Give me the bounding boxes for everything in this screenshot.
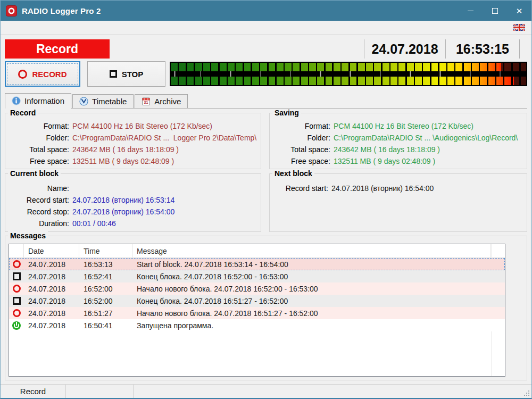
saving-groupbox: Saving Format: PCM 44100 Hz 16 Bit Stere…	[269, 113, 527, 169]
info-label: Record start:	[270, 184, 328, 193]
menu-item[interactable]	[12, 26, 23, 30]
tab-information[interactable]: Information	[5, 93, 71, 108]
information-panel: Record Format: PCM 44100 Hz 16 Bit Stere…	[5, 108, 527, 384]
column-header-date[interactable]: Date	[24, 244, 79, 257]
info-row: Free space: 132511 MB ( 9 days 02:48:09 …	[270, 155, 527, 167]
calendar-icon: 31	[142, 97, 151, 106]
menu-item[interactable]	[2, 26, 12, 30]
stop-button[interactable]: STOP	[87, 61, 165, 87]
app-logo-icon	[6, 5, 17, 16]
language-flag-icon[interactable]	[513, 24, 525, 31]
tab-timetable[interactable]: Timetable	[72, 94, 134, 108]
info-label: Name:	[5, 184, 69, 193]
column-header-time[interactable]: Time	[79, 244, 132, 257]
info-value: 24.07.2018 (вторник) 16:54:00	[331, 184, 434, 193]
messages-list[interactable]: Date Time Message 24.07.2018 16:53:13 St…	[9, 244, 505, 377]
info-label: Duration:	[5, 219, 69, 228]
info-value: 243642 MB ( 16 days 18:18:09 )	[334, 145, 440, 154]
gap	[80, 61, 87, 87]
info-row: Total space: 243642 MB ( 16 days 18:18:0…	[5, 144, 261, 155]
info-value: 24.07.2018 (вторник) 16:53:14	[72, 196, 174, 204]
message-row[interactable]: 24.07.2018 16:52:41 Конец блока. 24.07.2…	[9, 270, 505, 282]
row-status-icon	[13, 285, 21, 293]
info-label: Total space:	[270, 145, 330, 154]
message-row[interactable]: 24.07.2018 16:52:00 Конец блока. 24.07.2…	[9, 295, 505, 307]
record-icon	[18, 70, 27, 79]
record-status-banner: Record	[5, 39, 110, 59]
info-label: Free space:	[270, 157, 330, 165]
message-text: Конец блока. 24.07.2018 16:51:27 - 16:52…	[132, 297, 505, 305]
tab-strip: Information Timetable 31 Archive	[5, 93, 527, 108]
current-time: 16:53:15	[446, 39, 519, 59]
info-value: 00:01 / 00:46	[72, 219, 116, 228]
vu-meter-right-channel	[171, 77, 526, 85]
record-button[interactable]: RECORD	[5, 61, 80, 87]
info-value: PCM 44100 Hz 16 Bit Stereo (172 Kb/sec)	[72, 122, 212, 130]
info-value: C:\ProgramData\RADIO St ... Logger Pro 2…	[72, 134, 256, 142]
groupbox-title: Record	[8, 109, 38, 117]
stop-button-label: STOP	[122, 70, 144, 79]
statusbar-pane	[134, 385, 531, 398]
statusbar-pane	[66, 385, 134, 398]
row-status-icon	[12, 321, 21, 330]
info-icon	[12, 96, 21, 105]
info-row: Total space: 243642 MB ( 16 days 18:18:0…	[270, 144, 527, 155]
menu-item[interactable]	[23, 26, 34, 30]
message-date: 24.07.2018	[24, 321, 79, 330]
info-row: Name:	[5, 182, 261, 194]
status-bar: Record	[1, 384, 531, 398]
vu-meter-left-channel	[171, 63, 526, 71]
row-status-icon	[13, 272, 21, 280]
next-block-groupbox: Next block Record start: 24.07.2018 (вто…	[269, 173, 527, 232]
tab-label: Archive	[154, 97, 181, 106]
groupbox-title: Messages	[8, 231, 48, 240]
app-window: RADIO Logger Pro 2 ✕ Record 24.07.2018 1…	[0, 0, 532, 399]
column-header-message[interactable]: Message	[132, 244, 491, 257]
info-value: 24.07.2018 (вторник) 16:54:00	[72, 207, 174, 216]
menu-item[interactable]	[34, 26, 44, 30]
window-title: RADIO Logger Pro 2	[22, 6, 458, 15]
banner-spacer	[110, 39, 364, 59]
info-value: 243642 MB ( 16 days 18:18:09 )	[72, 145, 179, 154]
column-header-icon[interactable]	[9, 244, 24, 257]
info-label: Format:	[5, 122, 69, 130]
tab-label: Information	[24, 96, 64, 105]
message-text: Запущена программа.	[132, 321, 505, 330]
info-value: PCM 44100 Hz 16 Bit Stereo (172 Kb/sec)	[334, 122, 473, 130]
row-status-icon	[13, 260, 21, 268]
resize-grip[interactable]	[528, 395, 529, 396]
info-label: Folder:	[5, 134, 69, 142]
banner-tail	[520, 39, 527, 59]
tab-archive[interactable]: 31 Archive	[135, 94, 188, 108]
vu-meter-scale	[171, 71, 526, 77]
title-bar: RADIO Logger Pro 2 ✕	[1, 1, 531, 21]
info-row: Format: PCM 44100 Hz 16 Bit Stereo (172 …	[5, 120, 261, 132]
record-button-label: RECORD	[32, 70, 66, 79]
info-row: Folder: C:\ProgramData\RADIO St ... Logg…	[5, 132, 261, 144]
message-time: 16:52:00	[79, 297, 132, 305]
close-button[interactable]: ✕	[507, 1, 531, 21]
minimize-button[interactable]	[458, 1, 483, 21]
info-row: Record stop: 24.07.2018 (вторник) 16:54:…	[5, 206, 261, 218]
message-text: Начало нового блока. 24.07.2018 16:52:00…	[132, 285, 505, 293]
message-row[interactable]: 24.07.2018 16:51:27 Начало нового блока.…	[9, 307, 505, 319]
stop-icon	[110, 70, 117, 78]
groupbox-title: Next block	[272, 169, 314, 178]
message-row[interactable]: 24.07.2018 16:50:41 Запущена программа.	[9, 319, 505, 331]
vu-meter	[170, 62, 527, 86]
info-row: Record start: 24.07.2018 (вторник) 16:54…	[270, 182, 527, 194]
message-time: 16:52:00	[79, 285, 132, 293]
info-row: Format: PCM 44100 Hz 16 Bit Stereo (172 …	[270, 120, 527, 132]
message-text: Start of block. 24.07.2018 16:53:14 - 16…	[132, 260, 505, 269]
message-row[interactable]: 24.07.2018 16:53:13 Start of block. 24.0…	[9, 258, 505, 270]
info-value: C:\ProgramData\RADIO St ... \Audiogenics…	[334, 134, 518, 142]
message-text: Начало нового блока. 24.07.2018 16:51:27…	[132, 309, 505, 318]
info-row: Duration: 00:01 / 00:46	[5, 218, 261, 229]
maximize-button[interactable]	[483, 1, 507, 21]
maximize-icon	[492, 8, 498, 14]
record-groupbox: Record Format: PCM 44100 Hz 16 Bit Stere…	[5, 113, 261, 169]
message-row[interactable]: 24.07.2018 16:52:00 Начало нового блока.…	[9, 282, 505, 295]
current-block-groupbox: Current block Name: Record start: 24.07.…	[5, 173, 261, 232]
message-time: 16:51:27	[79, 309, 132, 318]
current-date: 24.07.2018	[364, 39, 445, 59]
